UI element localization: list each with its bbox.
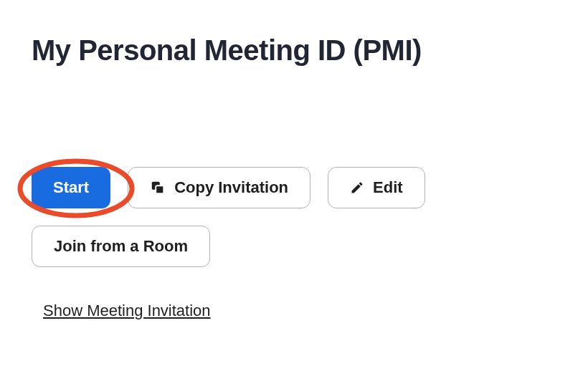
pmi-actions-row: Start Copy Invitation Edit Join from a R… [32,167,556,267]
start-button[interactable]: Start [32,167,110,208]
pmi-links-row: Show Meeting Invitation [32,302,556,320]
svg-rect-2 [156,186,163,193]
show-meeting-invitation-link[interactable]: Show Meeting Invitation [43,302,211,320]
copy-invitation-button[interactable]: Copy Invitation [128,167,310,208]
start-button-highlight-wrap: Start [32,167,110,208]
edit-button[interactable]: Edit [328,167,425,208]
join-from-room-button[interactable]: Join from a Room [32,226,210,267]
copy-icon [150,180,166,196]
edit-label: Edit [373,178,403,197]
copy-invitation-label: Copy Invitation [174,178,288,197]
edit-icon [350,180,364,195]
page-title: My Personal Meeting ID (PMI) [32,34,556,67]
